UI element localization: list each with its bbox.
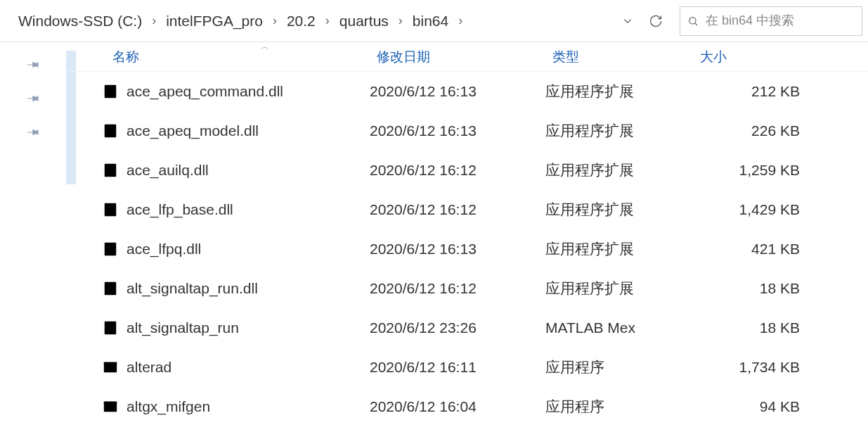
file-exe-icon (103, 399, 118, 414)
search-icon (687, 15, 699, 27)
pin-icon[interactable] (27, 91, 41, 106)
quick-access-rail (0, 42, 67, 425)
table-row[interactable]: ace_apeq_command.dll2020/6/12 16:13应用程序扩… (67, 72, 868, 111)
chevron-right-icon[interactable]: › (455, 13, 465, 28)
table-row[interactable]: ace_auilq.dll2020/6/12 16:12应用程序扩展1,259 … (67, 151, 868, 190)
cell-name: alt_signaltap_run (67, 319, 370, 336)
cell-size: 421 KB (693, 241, 812, 258)
cell-name: altgx_mifgen (67, 398, 370, 415)
history-dropdown-button[interactable] (614, 7, 642, 35)
breadcrumb-seg-1[interactable]: intelFPGA_pro (162, 11, 267, 31)
chevron-right-icon[interactable]: › (149, 13, 159, 28)
cell-name: alterad (67, 359, 370, 376)
cell-date: 2020/6/12 16:12 (370, 280, 545, 297)
table-row[interactable]: ace_lfp_base.dll2020/6/12 16:12应用程序扩展1,4… (67, 190, 868, 229)
cell-type: 应用程序扩展 (545, 239, 693, 259)
cell-name: ace_apeq_model.dll (67, 122, 370, 139)
cell-size: 212 KB (693, 83, 812, 100)
cell-size: 18 KB (693, 280, 812, 297)
file-list-panel: ︿ 名称 修改日期 类型 大小 ace_apeq_command.dll2020… (67, 42, 868, 425)
table-row[interactable]: ace_apeq_model.dll2020/6/12 16:13应用程序扩展2… (67, 111, 868, 151)
cell-size: 1,429 KB (693, 201, 812, 218)
file-name: alt_signaltap_run.dll (127, 280, 258, 297)
cell-type: MATLAB Mex (545, 319, 693, 336)
breadcrumb-seg-2[interactable]: 20.2 (283, 11, 320, 31)
cell-type: 应用程序 (545, 397, 693, 417)
address-toolbar: Windows-SSD (C:) › intelFPGA_pro › 20.2 … (0, 0, 868, 42)
cell-date: 2020/6/12 16:13 (370, 241, 545, 258)
column-header-type[interactable]: 类型 (545, 45, 693, 69)
cell-type: 应用程序扩展 (545, 121, 693, 141)
breadcrumb-seg-0[interactable]: Windows-SSD (C:) (14, 11, 146, 31)
cell-date: 2020/6/12 16:12 (370, 201, 545, 218)
table-row[interactable]: alt_signaltap_run.dll2020/6/12 16:12应用程序… (67, 269, 868, 308)
file-name: alterad (127, 359, 171, 376)
explorer-body: ︿ 名称 修改日期 类型 大小 ace_apeq_command.dll2020… (0, 42, 868, 425)
cell-size: 1,734 KB (693, 359, 812, 376)
breadcrumb-seg-3[interactable]: quartus (335, 11, 393, 31)
cell-name: ace_lfpq.dll (67, 241, 370, 258)
pin-icon[interactable] (27, 58, 41, 72)
cell-size: 1,259 KB (693, 162, 812, 179)
cell-size: 18 KB (693, 319, 812, 336)
cell-size: 226 KB (693, 122, 812, 139)
file-dll-icon (103, 202, 118, 217)
refresh-button[interactable] (642, 7, 670, 35)
cell-name: ace_auilq.dll (67, 162, 370, 179)
cell-date: 2020/6/12 16:04 (370, 398, 545, 415)
chevron-down-icon (621, 15, 634, 27)
column-header-name[interactable]: 名称 (67, 45, 370, 69)
file-rows: ace_apeq_command.dll2020/6/12 16:13应用程序扩… (67, 72, 868, 425)
table-row[interactable]: alt_signaltap_run2020/6/12 23:26MATLAB M… (67, 308, 868, 348)
cell-name: ace_apeq_command.dll (67, 83, 370, 100)
file-name: ace_apeq_model.dll (127, 122, 259, 139)
file-exe-icon (103, 360, 118, 375)
file-dll-icon (103, 123, 118, 139)
file-name: ace_apeq_command.dll (127, 83, 283, 100)
file-name: altgx_mifgen (127, 398, 210, 415)
pin-icon[interactable] (27, 125, 41, 139)
search-box[interactable] (680, 6, 862, 36)
cell-type: 应用程序扩展 (545, 82, 693, 101)
cell-size: 94 KB (693, 398, 812, 415)
file-dll-icon (103, 163, 118, 178)
chevron-right-icon[interactable]: › (270, 13, 280, 28)
cell-date: 2020/6/12 16:11 (370, 359, 545, 376)
cell-date: 2020/6/12 16:12 (370, 162, 545, 179)
svg-line-1 (695, 23, 697, 25)
sort-indicator-icon: ︿ (261, 41, 269, 53)
cell-type: 应用程序 (545, 357, 693, 377)
cell-date: 2020/6/12 16:13 (370, 83, 545, 100)
file-dll-icon (103, 281, 118, 296)
column-headers: ︿ 名称 修改日期 类型 大小 (67, 42, 868, 72)
table-row[interactable]: ace_lfpq.dll2020/6/12 16:13应用程序扩展421 KB (67, 229, 868, 269)
file-dll-icon (103, 84, 118, 99)
table-row[interactable]: altgx_mifgen2020/6/12 16:04应用程序94 KB (67, 387, 868, 425)
file-name: ace_lfp_base.dll (127, 201, 233, 218)
cell-type: 应用程序扩展 (545, 160, 693, 180)
cell-name: ace_lfp_base.dll (67, 201, 370, 218)
file-dll-icon (103, 241, 118, 257)
cell-type: 应用程序扩展 (545, 200, 693, 220)
column-header-date[interactable]: 修改日期 (370, 45, 545, 69)
table-row[interactable]: alterad2020/6/12 16:11应用程序1,734 KB (67, 348, 868, 387)
cell-date: 2020/6/12 23:26 (370, 319, 545, 336)
file-name: alt_signaltap_run (127, 319, 239, 336)
chevron-right-icon[interactable]: › (396, 13, 406, 28)
cell-name: alt_signaltap_run.dll (67, 280, 370, 297)
search-input[interactable] (706, 13, 855, 28)
svg-point-0 (689, 17, 696, 23)
file-mex-icon (103, 320, 118, 336)
refresh-icon (649, 14, 663, 28)
chevron-right-icon[interactable]: › (323, 13, 332, 28)
breadcrumb-seg-4[interactable]: bin64 (408, 11, 453, 31)
file-name: ace_auilq.dll (127, 162, 209, 179)
file-name: ace_lfpq.dll (127, 241, 201, 258)
cell-type: 应用程序扩展 (545, 279, 693, 298)
cell-date: 2020/6/12 16:13 (370, 122, 545, 139)
column-header-size[interactable]: 大小 (693, 45, 812, 69)
breadcrumb[interactable]: Windows-SSD (C:) › intelFPGA_pro › 20.2 … (6, 11, 614, 31)
